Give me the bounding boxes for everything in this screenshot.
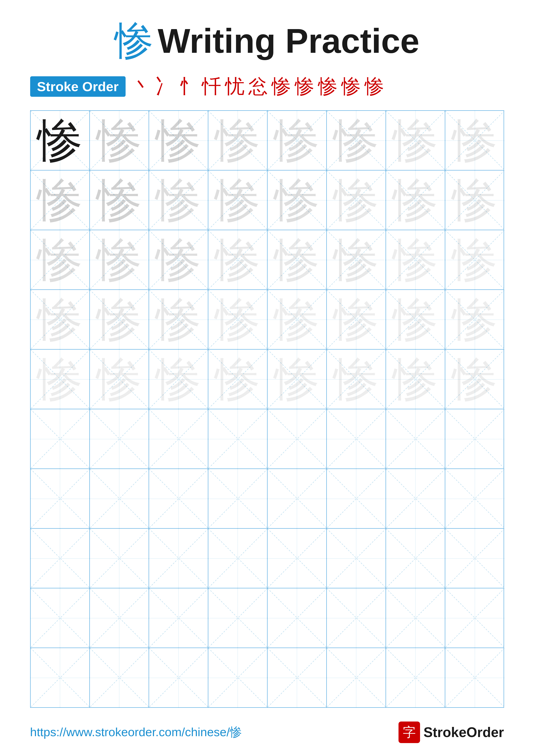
svg-line-131 <box>90 588 149 648</box>
svg-line-138 <box>327 588 386 648</box>
grid-cell-9-8[interactable] <box>445 588 504 648</box>
grid-cell-3-8: 惨 <box>445 230 504 289</box>
grid-cell-8-6[interactable] <box>327 528 386 588</box>
grid-cell-9-2[interactable] <box>90 588 149 648</box>
char-row5-col6: 惨 <box>333 357 379 402</box>
grid-cell-10-8[interactable] <box>445 648 504 707</box>
grid-cell-8-1[interactable] <box>31 528 90 588</box>
svg-line-145 <box>31 648 89 707</box>
grid-cell-1-3: 惨 <box>149 111 208 170</box>
grid-cell-9-7[interactable] <box>386 588 445 648</box>
grid-cell-10-2[interactable] <box>90 648 149 707</box>
char-row2-col8: 惨 <box>452 177 497 223</box>
grid-cell-8-4[interactable] <box>208 528 267 588</box>
svg-line-118 <box>208 528 267 588</box>
char-row4-col2: 惨 <box>96 297 142 342</box>
footer-brand-name: StrokeOrder <box>423 724 504 740</box>
grid-cell-6-7[interactable] <box>386 409 445 469</box>
grid-cell-9-6[interactable] <box>327 588 386 648</box>
grid-cell-7-6[interactable] <box>327 469 386 528</box>
svg-line-123 <box>327 528 386 588</box>
svg-line-87 <box>208 409 267 469</box>
svg-line-129 <box>31 588 89 648</box>
svg-line-89 <box>267 409 326 469</box>
svg-line-104 <box>267 469 326 528</box>
stroke-order-row: Stroke Order 丶 冫 忄 忏 忧 忩 惨 惨 惨 惨 惨 <box>30 73 504 99</box>
grid-cell-8-8[interactable] <box>445 528 504 588</box>
grid-cell-2-3: 惨 <box>149 171 208 230</box>
svg-line-121 <box>267 528 326 588</box>
grid-cell-5-1: 惨 <box>31 350 90 409</box>
grid-cell-10-5[interactable] <box>267 648 327 707</box>
grid-cell-6-3[interactable] <box>149 409 208 469</box>
grid-cell-5-5: 惨 <box>267 350 327 409</box>
svg-line-110 <box>445 469 504 528</box>
grid-cell-6-5[interactable] <box>267 409 327 469</box>
grid-cell-7-4[interactable] <box>208 469 267 528</box>
grid-cell-8-2[interactable] <box>90 528 149 588</box>
grid-cell-6-6[interactable] <box>327 409 386 469</box>
grid-cell-4-6: 惨 <box>327 290 386 349</box>
svg-line-105 <box>267 469 326 528</box>
footer-brand: 字 StrokeOrder <box>398 721 504 743</box>
svg-line-88 <box>267 409 326 469</box>
grid-cell-8-7[interactable] <box>386 528 445 588</box>
grid-cell-7-1[interactable] <box>31 469 90 528</box>
grid-cell-6-2[interactable] <box>90 409 149 469</box>
char-row2-col5: 惨 <box>274 177 319 223</box>
char-row5-col8: 惨 <box>452 357 497 402</box>
svg-line-113 <box>31 528 89 588</box>
svg-line-158 <box>445 648 504 707</box>
footer-url[interactable]: https://www.strokeorder.com/chinese/惨 <box>30 724 242 741</box>
svg-line-99 <box>90 469 149 528</box>
grid-cell-7-8[interactable] <box>445 469 504 528</box>
svg-line-135 <box>208 588 267 648</box>
grid-row-2: 惨 惨 惨 惨 惨 惨 惨 <box>31 171 504 230</box>
grid-cell-8-3[interactable] <box>149 528 208 588</box>
grid-cell-2-6: 惨 <box>327 171 386 230</box>
svg-line-108 <box>386 469 445 528</box>
grid-cell-2-1: 惨 <box>31 171 90 230</box>
grid-cell-10-6[interactable] <box>327 648 386 707</box>
grid-cell-6-8[interactable] <box>445 409 504 469</box>
grid-row-1: 惨 惨 惨 惨 惨 惨 惨 <box>31 111 504 171</box>
svg-line-157 <box>386 648 445 707</box>
char-row4-col8: 惨 <box>452 297 497 342</box>
grid-cell-1-7: 惨 <box>386 111 445 170</box>
grid-cell-10-3[interactable] <box>149 648 208 707</box>
grid-cell-5-7: 惨 <box>386 350 445 409</box>
grid-cell-10-4[interactable] <box>208 648 267 707</box>
grid-cell-7-2[interactable] <box>90 469 149 528</box>
svg-line-95 <box>445 409 504 469</box>
grid-cell-7-5[interactable] <box>267 469 327 528</box>
grid-cell-9-3[interactable] <box>149 588 208 648</box>
grid-cell-3-7: 惨 <box>386 230 445 289</box>
grid-cell-9-5[interactable] <box>267 588 327 648</box>
svg-line-98 <box>90 469 149 528</box>
grid-cell-8-5[interactable] <box>267 528 327 588</box>
grid-cell-6-4[interactable] <box>208 409 267 469</box>
grid-cell-2-8: 惨 <box>445 171 504 230</box>
svg-line-109 <box>386 469 445 528</box>
char-row5-col7: 惨 <box>393 357 438 402</box>
grid-cell-6-1[interactable] <box>31 409 90 469</box>
stroke-char-3: 忄 <box>179 73 198 99</box>
svg-line-155 <box>327 648 386 707</box>
grid-cell-7-7[interactable] <box>386 469 445 528</box>
title-text: Writing Practice <box>158 24 420 58</box>
char-row5-col3: 惨 <box>156 357 201 402</box>
grid-cell-7-3[interactable] <box>149 469 208 528</box>
grid-cell-9-4[interactable] <box>208 588 267 648</box>
char-row3-col1: 惨 <box>37 237 83 283</box>
svg-line-80 <box>31 409 89 469</box>
char-row4-col4: 惨 <box>215 297 260 342</box>
svg-line-159 <box>445 648 504 707</box>
svg-line-130 <box>90 588 149 648</box>
stroke-char-4: 忏 <box>202 73 221 99</box>
svg-line-101 <box>149 469 208 528</box>
svg-line-156 <box>386 648 445 707</box>
footer: https://www.strokeorder.com/chinese/惨 字 … <box>30 709 504 743</box>
grid-cell-10-1[interactable] <box>31 648 90 707</box>
grid-cell-10-7[interactable] <box>386 648 445 707</box>
grid-cell-9-1[interactable] <box>31 588 90 648</box>
